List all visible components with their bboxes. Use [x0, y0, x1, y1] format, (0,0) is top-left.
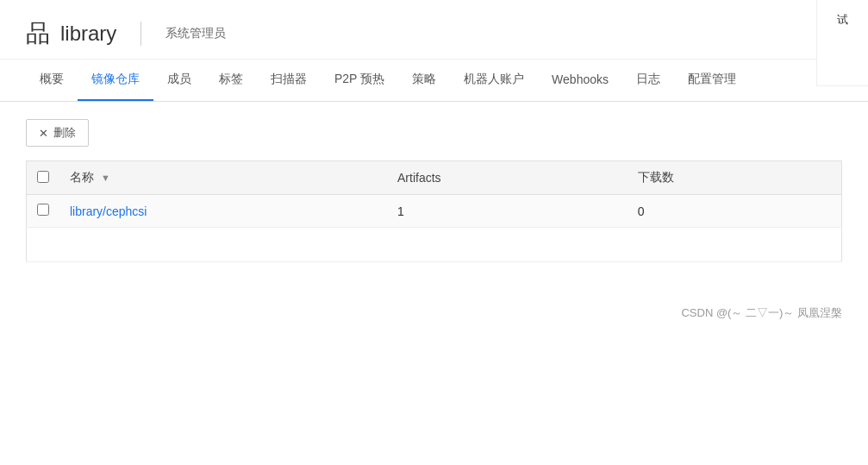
logo-area: 品 library 系统管理员	[26, 17, 226, 50]
tab-policy[interactable]: 策略	[398, 60, 450, 101]
tab-webhooks[interactable]: Webhooks	[538, 60, 622, 100]
delete-icon: ✕	[39, 127, 48, 140]
delete-label: 删除	[53, 125, 76, 141]
tab-tags[interactable]: 标签	[205, 60, 257, 101]
main-content: ✕ 删除 名称 ▼ Artifacts 下载数	[0, 102, 868, 280]
logo-icon: 品	[26, 17, 50, 50]
tab-scanner[interactable]: 扫描器	[257, 60, 321, 101]
project-role: 系统管理员	[165, 26, 226, 41]
tab-robot-account[interactable]: 机器人账户	[450, 60, 538, 101]
tab-config[interactable]: 配置管理	[674, 60, 750, 101]
project-title: library	[60, 22, 116, 46]
header-downloads: 下载数	[628, 161, 842, 195]
tab-members[interactable]: 成员	[153, 60, 205, 101]
header-name: 名称 ▼	[59, 161, 387, 195]
filter-icon[interactable]: ▼	[101, 173, 110, 183]
top-right-text: 试	[837, 12, 848, 28]
row-checkbox-cell[interactable]	[27, 195, 60, 228]
toolbar: ✕ 删除	[26, 119, 842, 147]
empty-row	[27, 228, 842, 262]
tab-image-repo[interactable]: 镜像仓库	[78, 60, 153, 101]
row-downloads: 0	[628, 195, 842, 228]
repository-table: 名称 ▼ Artifacts 下载数 library/cephcsi 1 0	[26, 160, 842, 262]
header-checkbox-cell[interactable]	[27, 161, 60, 195]
row-name: library/cephcsi	[59, 195, 387, 228]
table-row: library/cephcsi 1 0	[27, 195, 842, 228]
tab-logs[interactable]: 日志	[622, 60, 674, 101]
page-header: 品 library 系统管理员 试	[0, 0, 868, 60]
table-header-row: 名称 ▼ Artifacts 下载数	[27, 161, 842, 195]
select-all-checkbox[interactable]	[37, 171, 49, 183]
delete-button[interactable]: ✕ 删除	[26, 119, 89, 147]
header-artifacts: Artifacts	[387, 161, 628, 195]
repo-link[interactable]: library/cephcsi	[70, 204, 147, 218]
row-artifacts: 1	[387, 195, 628, 228]
tab-bar: 概要 镜像仓库 成员 标签 扫描器 P2P 预热 策略 机器人账户 Webhoo…	[0, 60, 868, 102]
header-name-label: 名称	[70, 170, 94, 185]
tab-p2p[interactable]: P2P 预热	[321, 60, 398, 101]
watermark: CSDN @(～ 二▽一)～ 凤凰涅槃	[0, 280, 868, 330]
row-checkbox[interactable]	[37, 204, 49, 216]
tab-overview[interactable]: 概要	[26, 60, 78, 101]
header-divider	[141, 22, 141, 46]
top-right-panel: 试	[816, 0, 868, 86]
